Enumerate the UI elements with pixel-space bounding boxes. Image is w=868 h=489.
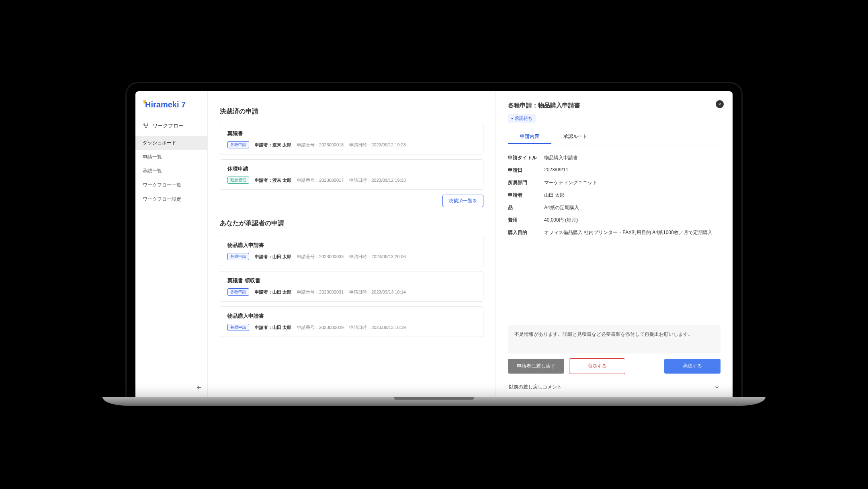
previous-comments-label: 以前の差し戻しコメント: [509, 384, 562, 390]
field-value: A4紙の定期購入: [544, 204, 721, 211]
sidebar-collapse-button[interactable]: [135, 380, 207, 397]
comment-box[interactable]: 不足情報があります。詳細と見積書など必要書類を添付して再提出お願いします。: [508, 325, 721, 353]
detail-tabs: 申請内容承認ルート: [508, 130, 721, 144]
applicant: 申請者：山田 太郎: [255, 254, 291, 260]
request-date: 申請日時：2023/09/12 19:23: [349, 177, 406, 183]
request-number: 申請番号：2023000029: [297, 325, 344, 331]
request-number: 申請番号：2023000017: [297, 177, 344, 183]
nav-items: ダッシュボード申請一覧承認一覧ワークフロー一覧ワークフロー設定: [135, 136, 207, 206]
close-icon: [718, 102, 722, 106]
sidebar-item-2[interactable]: 承認一覧: [135, 164, 207, 178]
sidebar-item-3[interactable]: ワークフロー一覧: [135, 178, 207, 192]
card-title: 物品購入申請書: [227, 242, 476, 249]
field-row: 購入目的オフィス備品購入 社内プリンター・FAX利用目的 A4紙1000枚／月で…: [508, 226, 721, 239]
request-card[interactable]: 物品購入申請書各種申請申請者：山田 太郎申請番号：2023000033申請日時：…: [220, 236, 483, 266]
card-title: 稟議書 領収書: [227, 277, 476, 284]
request-card[interactable]: 物品購入申請書各種申請申請者：山田 太郎申請番号：2023000029申請日時：…: [220, 306, 483, 337]
tab-0[interactable]: 申請内容: [508, 130, 551, 144]
tab-1[interactable]: 承認ルート: [551, 130, 600, 144]
applicant: 申請者：山田 太郎: [255, 289, 291, 295]
field-label: 申請タイトル: [508, 154, 544, 161]
field-label: 費用: [508, 217, 544, 224]
field-label: 申請日: [508, 167, 544, 174]
sidebar-item-1[interactable]: 申請一覧: [135, 150, 207, 164]
field-value: 40,000円 (毎月): [544, 217, 721, 224]
section-toapprove-title: あなたが承認者の申請: [220, 219, 483, 228]
return-button[interactable]: 申請者に差し戻す: [508, 359, 564, 374]
approve-button[interactable]: 承認する: [664, 359, 721, 374]
card-title: 稟議書: [227, 130, 476, 137]
category-tag: 勤怠管理: [227, 177, 249, 184]
laptop-base: [102, 397, 766, 406]
toapprove-list: 物品購入申請書各種申請申請者：山田 太郎申請番号：2023000033申請日時：…: [220, 236, 483, 337]
applicant: 申請者：渡来 太郎: [255, 142, 291, 148]
category-tag: 各種申請: [227, 288, 249, 296]
applicant: 申請者：渡来 太郎: [255, 177, 291, 183]
detail-fields: 申請タイトル物品購入申請書申請日2023/09/11所属部門マーケティングユニッ…: [508, 152, 721, 239]
field-label: 品: [508, 204, 544, 211]
deny-button[interactable]: 否決する: [569, 358, 625, 374]
request-number: 申請番号：2023000033: [297, 254, 344, 260]
field-label: 所属部門: [508, 179, 544, 186]
detail-title: 各種申請：物品購入申請書: [508, 102, 721, 109]
request-date: 申請日時：2023/09/13 16:39: [349, 325, 406, 331]
app-logo[interactable]: ♛ Hirameki 7: [135, 100, 207, 118]
request-date: 申請日時：2023/09/12 19:23: [349, 142, 406, 148]
request-date: 申請日時：2023/09/13 20:06: [349, 254, 406, 260]
action-row: 申請者に差し戻す 否決する 承認する: [508, 358, 721, 374]
field-row: 所属部門マーケティングユニット: [508, 177, 721, 189]
request-card[interactable]: 稟議書 領収書各種申請申請者：山田 太郎申請番号：2023000031申請日時：…: [220, 271, 483, 302]
field-value: 物品購入申請書: [544, 154, 721, 161]
view-all-approved-button[interactable]: 決裁済一覧を: [442, 195, 483, 207]
sidebar-item-4[interactable]: ワークフロー設定: [135, 192, 207, 206]
field-row: 申請タイトル物品購入申請書: [508, 152, 721, 164]
request-number: 申請番号：2023000018: [297, 142, 344, 148]
workflow-icon: [143, 123, 149, 129]
app-screen: ♛ Hirameki 7 ワークフロー ダッシュボード申請一覧承認一覧ワークフロ…: [135, 91, 733, 397]
field-row: 申請日2023/09/11: [508, 164, 721, 177]
field-row: 申請者山田 太郎: [508, 189, 721, 201]
request-card[interactable]: 休暇申請勤怠管理申請者：渡来 太郎申請番号：2023000017申請日時：202…: [220, 159, 483, 190]
status-badge: 承認待ち: [508, 114, 536, 123]
svg-point-1: [147, 124, 148, 125]
request-number: 申請番号：2023000031: [297, 289, 344, 295]
card-title: 物品購入申請書: [227, 312, 476, 320]
category-tag: 各種申請: [227, 324, 249, 331]
applicant: 申請者：山田 太郎: [255, 325, 291, 331]
previous-comments-toggle[interactable]: 以前の差し戻しコメント: [508, 377, 721, 397]
detail-panel: 各種申請：物品購入申請書 承認待ち 申請内容承認ルート 申請タイトル物品購入申請…: [495, 91, 733, 397]
section-approved-title: 決裁済の申請: [220, 107, 483, 116]
collapse-icon: [196, 384, 203, 391]
category-tag: 各種申請: [227, 253, 249, 260]
field-value: マーケティングユニット: [544, 179, 721, 186]
nav-section-label: ワークフロー: [152, 122, 184, 129]
approved-list: 稟議書各種申請申請者：渡来 太郎申請番号：2023000018申請日時：2023…: [220, 124, 483, 190]
svg-point-0: [144, 124, 145, 125]
field-row: 費用40,000円 (毎月): [508, 214, 721, 226]
field-row: 品A4紙の定期購入: [508, 201, 721, 214]
request-date: 申請日時：2023/09/13 18:14: [349, 289, 406, 295]
chevron-down-icon: [714, 384, 720, 390]
nav-section-workflow[interactable]: ワークフロー: [135, 118, 207, 134]
close-button[interactable]: [716, 100, 724, 108]
sidebar: ♛ Hirameki 7 ワークフロー ダッシュボード申請一覧承認一覧ワークフロ…: [135, 91, 208, 397]
card-title: 休暇申請: [227, 165, 476, 173]
svg-point-2: [145, 127, 147, 128]
app-logo-text: Hirameki 7: [145, 100, 186, 109]
screen-bezel: ♛ Hirameki 7 ワークフロー ダッシュボード申請一覧承認一覧ワークフロ…: [127, 83, 741, 397]
field-label: 購入目的: [508, 229, 544, 236]
field-value: オフィス備品購入 社内プリンター・FAX利用目的 A4紙1000枚／月で定期購入: [544, 229, 721, 236]
sidebar-item-0[interactable]: ダッシュボード: [135, 136, 207, 150]
laptop-mockup: ♛ Hirameki 7 ワークフロー ダッシュボード申請一覧承認一覧ワークフロ…: [127, 83, 741, 406]
main-content: 決裁済の申請 稟議書各種申請申請者：渡来 太郎申請番号：2023000018申請…: [208, 91, 495, 397]
category-tag: 各種申請: [227, 141, 249, 148]
field-label: 申請者: [508, 192, 544, 199]
request-card[interactable]: 稟議書各種申請申請者：渡来 太郎申請番号：2023000018申請日時：2023…: [220, 124, 483, 154]
field-value: 山田 太郎: [544, 192, 721, 199]
field-value: 2023/09/11: [544, 167, 721, 174]
